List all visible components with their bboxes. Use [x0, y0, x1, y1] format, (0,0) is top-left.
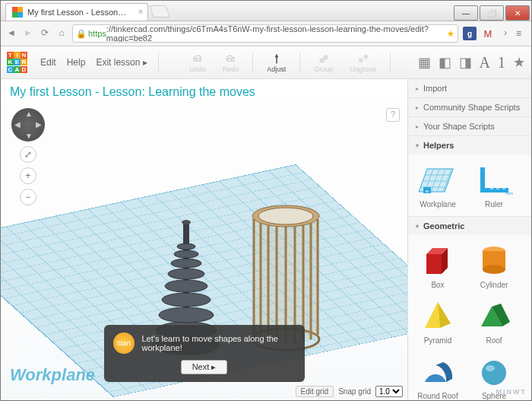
svg-point-44	[486, 365, 495, 371]
svg-marker-0	[274, 53, 278, 57]
nav-back-icon[interactable]: ◄	[5, 27, 17, 40]
svg-point-16	[182, 220, 191, 224]
section-community-scripts[interactable]: ▸Community Shape Scripts	[408, 98, 531, 116]
shape-round-roof[interactable]: Round Roof	[411, 351, 464, 400]
new-tab-button[interactable]	[149, 5, 170, 18]
shape-cylinder[interactable]: Cylinder	[467, 240, 521, 292]
canvas-area: My first Lesson - Lesson: Learning the m…	[1, 79, 407, 400]
view-cube-solid-icon[interactable]: ◧	[439, 54, 451, 71]
tab-close-icon[interactable]: ×	[138, 7, 143, 16]
helper-ruler[interactable]: mm Ruler	[467, 159, 521, 212]
svg-point-14	[174, 250, 198, 258]
window-close-button[interactable]: ✕	[505, 5, 530, 21]
window-maximize-button[interactable]: ⬜	[480, 5, 504, 21]
view-tools: ▦ ◧ ◨ A 1 ★	[418, 54, 525, 72]
snap-grid-select[interactable]: 1.0	[375, 386, 403, 397]
tool-undo[interactable]: Undo	[186, 53, 209, 73]
edit-grid-button[interactable]: Edit grid	[296, 386, 334, 397]
svg-point-13	[171, 259, 201, 268]
app-toolbar: TINKERCAD Edit Help Exit lesson ▸ Undo R…	[1, 46, 531, 79]
section-your-scripts[interactable]: ▸Your Shape Scripts	[408, 117, 531, 135]
browser-window: My first Lesson - Lesson… × — ⬜ ✕ ◄ ► ⟳ …	[0, 0, 532, 401]
svg-point-11	[165, 280, 207, 292]
favorite-star-icon[interactable]: ★	[513, 54, 525, 71]
svg-point-38	[483, 265, 505, 274]
view-grid-icon[interactable]: ▦	[418, 54, 431, 71]
helper-workplane[interactable]: w Workplane	[411, 159, 464, 212]
tinkercad-logo[interactable]: TINKERCAD	[7, 52, 28, 73]
workplane-label: Workplane	[10, 365, 95, 385]
svg-marker-33	[426, 254, 442, 274]
view-cube-wire-icon[interactable]: ◨	[459, 54, 472, 71]
tool-adjust[interactable]: Adjust	[264, 53, 289, 73]
shape-box[interactable]: Box	[411, 240, 464, 292]
tutorial-start-badge: Start	[113, 333, 135, 354]
window-minimize-button[interactable]: —	[454, 5, 478, 21]
main-area: My first Lesson - Lesson: Learning the m…	[1, 79, 531, 400]
help-tip-button[interactable]: ?	[386, 108, 400, 122]
svg-point-9	[159, 307, 214, 323]
shape-roof[interactable]: Roof	[467, 295, 521, 348]
svg-marker-39	[425, 302, 440, 328]
favicon	[12, 7, 23, 18]
shapes-panel: ▸Import ▸Community Shape Scripts ▸Your S…	[407, 79, 531, 400]
watermark: MINWT	[496, 388, 527, 396]
view-nav-widget: ▲▼◀▶ ⤢ + −	[10, 108, 46, 205]
section-geometric[interactable]: ▾Geometric	[408, 217, 531, 235]
nav-reload-icon[interactable]: ⟳	[39, 27, 51, 40]
menu-exit-lesson[interactable]: Exit lesson ▸	[96, 57, 147, 68]
svg-text:w: w	[425, 189, 429, 193]
ext-google-icon[interactable]: g	[463, 27, 477, 40]
section-helpers[interactable]: ▾Helpers	[408, 136, 531, 154]
shape-pyramid[interactable]: Pyramid	[411, 295, 464, 348]
nav-forward-icon[interactable]: ►	[22, 27, 34, 40]
titlebar: My first Lesson - Lesson… × — ⬜ ✕	[1, 1, 531, 21]
text-tool-icon[interactable]: A	[480, 54, 490, 72]
tool-redo[interactable]: Redo	[220, 53, 242, 73]
fit-view-button[interactable]: ⤢	[20, 146, 36, 163]
bookmark-star-icon[interactable]: ★	[447, 29, 454, 39]
tutorial-popup: Start Let's learn to move shapes along t…	[104, 325, 305, 382]
svg-text:mm: mm	[505, 191, 513, 196]
tab-title: My first Lesson - Lesson…	[27, 8, 126, 17]
orbit-pad[interactable]: ▲▼◀▶	[11, 108, 45, 142]
tutorial-next-button[interactable]: Next ▸	[181, 360, 228, 374]
url-text: ://tinkercad.com/things/c6TmA4sT6nW-my-f…	[106, 24, 447, 43]
svg-point-18	[258, 208, 313, 224]
address-bar[interactable]: 🔒 https://tinkercad.com/things/c6TmA4sT6…	[72, 24, 458, 43]
menu-edit[interactable]: Edit	[40, 57, 56, 68]
tool-ungroup[interactable]: Ungroup	[347, 53, 379, 73]
svg-rect-1	[276, 57, 277, 63]
svg-point-15	[177, 243, 195, 250]
svg-point-12	[168, 269, 204, 279]
browser-menu-icon[interactable]: ≡	[516, 28, 527, 39]
tool-group[interactable]: Group	[311, 53, 336, 73]
lock-icon: 🔒	[76, 29, 87, 39]
section-import[interactable]: ▸Import	[408, 79, 531, 97]
zoom-out-button[interactable]: −	[20, 189, 36, 205]
tutorial-text: Let's learn to move shapes along the wor…	[142, 334, 296, 352]
svg-point-4	[359, 58, 363, 62]
canvas-footer: Edit grid Snap grid 1.0	[296, 386, 404, 397]
ext-gmail-icon[interactable]: M	[481, 28, 495, 40]
browser-navbar: ◄ ► ⟳ ⌂ 🔒 https://tinkercad.com/things/c…	[1, 21, 531, 46]
snap-grid-label: Snap grid	[338, 387, 371, 396]
number-tool-icon[interactable]: 1	[498, 54, 505, 72]
svg-point-5	[363, 54, 368, 59]
viewport-3d[interactable]: ? ▲▼◀▶ ⤢ + −	[1, 102, 407, 400]
nav-home-icon[interactable]: ⌂	[55, 27, 68, 40]
menu-help[interactable]: Help	[67, 57, 86, 68]
svg-point-3	[323, 55, 328, 59]
window-controls: — ⬜ ✕	[454, 4, 531, 21]
svg-point-10	[162, 293, 211, 307]
svg-point-43	[482, 361, 506, 385]
zoom-in-button[interactable]: +	[20, 167, 36, 184]
lesson-title: My first Lesson - Lesson: Learning the m…	[1, 79, 407, 102]
browser-tab[interactable]: My first Lesson - Lesson… ×	[5, 3, 148, 21]
chevron-right-icon[interactable]: ›	[499, 27, 511, 40]
url-scheme: https	[88, 29, 106, 38]
